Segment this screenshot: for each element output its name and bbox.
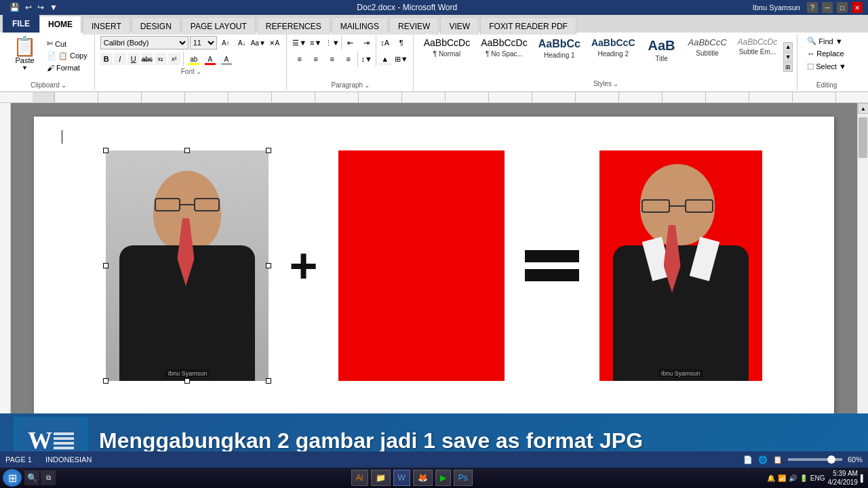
align-left-button[interactable]: ≡	[292, 52, 307, 66]
tab-view[interactable]: VIEW	[440, 17, 479, 35]
tab-mailings[interactable]: MAILINGS	[332, 17, 388, 35]
handle-top-left[interactable]	[103, 148, 108, 153]
change-case-button[interactable]: Aa▼	[251, 35, 266, 50]
replace-button[interactable]: ↔ Replace	[803, 48, 848, 59]
redo-button[interactable]: ↪	[36, 3, 45, 12]
subscript-button[interactable]: x₂	[155, 53, 167, 65]
result-photo-container[interactable]: Ibnu Syamsun	[599, 150, 762, 381]
align-right-button[interactable]: ≡	[325, 52, 340, 66]
style-scroll-up[interactable]: ▲	[783, 42, 793, 52]
font-grow-button[interactable]: A↑	[218, 35, 233, 50]
taskbar-explorer[interactable]: 📁	[371, 470, 391, 486]
paste-dropdown[interactable]: ▼	[22, 64, 28, 71]
style-subtitle[interactable]: AaBbCcC Subtitle	[684, 35, 732, 79]
red-background-box[interactable]	[338, 150, 505, 381]
shading-button[interactable]: ▲	[378, 52, 393, 66]
paragraph-expand-icon[interactable]: ⌄	[364, 81, 370, 89]
scroll-track[interactable]	[858, 114, 868, 449]
align-center-button[interactable]: ≡	[309, 52, 323, 66]
battery-icon[interactable]: 🔋	[800, 474, 808, 482]
tab-page-layout[interactable]: PAGE LAYOUT	[182, 17, 256, 35]
font-shrink-button[interactable]: A↓	[235, 35, 250, 50]
find-dropdown[interactable]: ▼	[835, 37, 843, 45]
tab-references[interactable]: REFERENCES	[257, 17, 330, 35]
vertical-scrollbar[interactable]: ▲ ▼	[857, 103, 868, 460]
numbering-button[interactable]: ≡▼	[309, 35, 323, 50]
show-desktop-button[interactable]: ▌	[861, 474, 865, 482]
style-scroll-down[interactable]: ▼	[783, 52, 793, 62]
tab-home[interactable]: HOME	[39, 16, 81, 33]
justify-button[interactable]: ≡	[341, 52, 356, 66]
close-button[interactable]: ✕	[852, 2, 863, 13]
tab-review[interactable]: REVIEW	[389, 17, 439, 35]
zoom-slider[interactable]	[788, 458, 842, 461]
font-face-select[interactable]: Calibri (Body)	[100, 36, 189, 49]
minimize-button[interactable]: ─	[822, 2, 833, 13]
sort-button[interactable]: ↕A	[378, 35, 393, 50]
handle-bottom-middle[interactable]	[184, 378, 190, 384]
borders-button[interactable]: ⊞▼	[394, 52, 409, 66]
maximize-button[interactable]: □	[837, 2, 848, 13]
tab-foxit[interactable]: FOXIT READER PDF	[480, 17, 576, 35]
decrease-indent-button[interactable]: ⇤	[343, 35, 358, 50]
notification-icon[interactable]: 🔔	[767, 474, 775, 482]
style-no-spacing[interactable]: AaBbCcDc ¶ No Spac...	[476, 35, 532, 79]
volume-icon[interactable]: 🔊	[789, 474, 797, 482]
taskbar-firefox[interactable]: 🦊	[413, 470, 433, 486]
handle-bottom-left[interactable]	[103, 378, 108, 384]
increase-indent-button[interactable]: ⇥	[359, 35, 374, 50]
taskbar-media[interactable]: ▶	[435, 470, 451, 486]
paste-button[interactable]: 📋 Paste ▼	[7, 35, 43, 80]
font-expand-icon[interactable]: ⌄	[196, 68, 201, 75]
copy-button[interactable]: 📄 📋 Copy	[44, 50, 90, 62]
text-highlight-button[interactable]: ab	[186, 52, 201, 66]
original-photo-container[interactable]: Ibnu Syamsun	[106, 150, 269, 381]
bold-button[interactable]: B	[100, 53, 113, 65]
scroll-up-button[interactable]: ▲	[858, 103, 868, 114]
style-title[interactable]: AaB Title	[642, 35, 682, 79]
strikethrough-button[interactable]: abc	[141, 53, 153, 65]
find-button[interactable]: 🔍 Find ▼	[803, 35, 846, 47]
search-taskbar-button[interactable]: 🔍	[24, 470, 39, 485]
style-subtle-em[interactable]: AaBbCcDc Subtle Em...	[733, 35, 783, 79]
zoom-thumb[interactable]	[827, 455, 835, 464]
start-button[interactable]: ⊞	[3, 469, 22, 487]
view-outline-icon[interactable]: 📋	[773, 455, 783, 464]
cut-button[interactable]: ✄ Cut	[44, 38, 90, 49]
task-view-button[interactable]: ⧉	[41, 470, 56, 485]
style-normal[interactable]: AaBbCcDc ¶ Normal	[419, 35, 475, 79]
clipboard-expand-icon[interactable]: ⌄	[61, 81, 66, 89]
styles-expand-icon[interactable]: ⌄	[613, 80, 618, 87]
taskbar-word[interactable]: W	[393, 470, 410, 486]
taskbar-illustrator[interactable]: Ai	[351, 470, 368, 486]
network-icon[interactable]: 📶	[778, 474, 786, 482]
line-spacing-button[interactable]: ↕▼	[359, 52, 374, 66]
customize-button[interactable]: ▼	[48, 3, 59, 12]
taskbar-photoshop[interactable]: Ps	[454, 470, 473, 486]
undo-button[interactable]: ↩	[24, 3, 33, 12]
font-size-select[interactable]: 11	[190, 36, 217, 49]
style-heading1[interactable]: AaBbCc Heading 1	[534, 35, 585, 79]
tab-design[interactable]: DESIGN	[132, 17, 180, 35]
bullets-button[interactable]: ☰▼	[292, 35, 307, 50]
tab-file[interactable]: FILE	[3, 15, 39, 33]
view-web-icon[interactable]: 🌐	[758, 455, 768, 464]
style-scroll-more[interactable]: ⊞	[783, 62, 793, 72]
format-painter-button[interactable]: 🖌 Format	[44, 62, 90, 73]
select-button[interactable]: ⬚ Select ▼	[803, 60, 850, 72]
clear-format-button[interactable]: ✕A	[267, 35, 282, 50]
help-button[interactable]: ?	[807, 2, 818, 13]
handle-top-right[interactable]	[266, 148, 271, 153]
tab-insert[interactable]: INSERT	[83, 17, 130, 35]
handle-top-middle[interactable]	[184, 148, 190, 153]
document-canvas[interactable]: Ibnu Syamsun +	[11, 103, 857, 460]
underline-button[interactable]: U	[127, 53, 140, 65]
handle-middle-right[interactable]	[266, 263, 271, 268]
handle-bottom-right[interactable]	[266, 378, 271, 384]
font-color-button[interactable]: A	[203, 52, 218, 66]
multilevel-button[interactable]: ⋮▼	[325, 35, 340, 50]
handle-middle-left[interactable]	[103, 263, 108, 268]
save-button[interactable]: 💾	[8, 3, 21, 12]
view-normal-icon[interactable]: 📄	[743, 455, 753, 464]
style-heading2[interactable]: AaBbCcC Heading 2	[587, 35, 640, 79]
